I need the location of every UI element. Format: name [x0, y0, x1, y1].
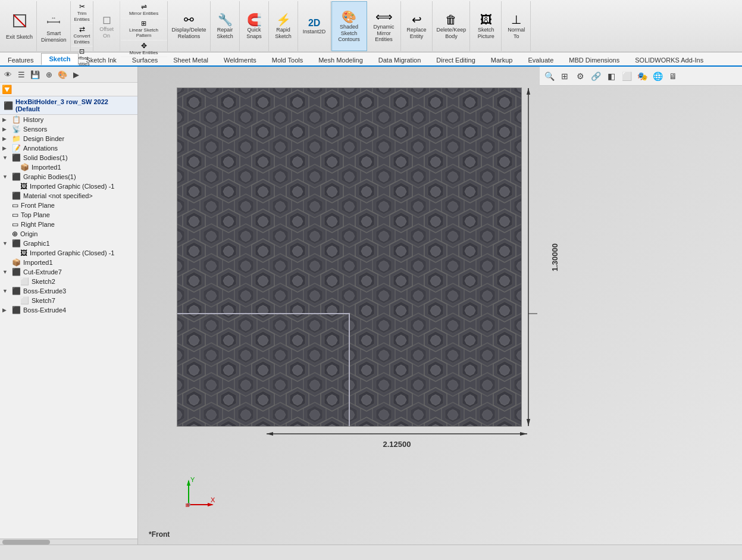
tree-item[interactable]: ▼⬛Graphic1 — [0, 239, 137, 248]
tab-addins[interactable]: SOLIDWORKS Add-Ins — [627, 54, 711, 65]
tree-item[interactable]: ⊕Origin — [0, 229, 137, 239]
smart-dimension-button[interactable]: ↔ SmartDimension — [37, 1, 71, 51]
exit-sketch-button[interactable]: Exit Sketch — [2, 1, 37, 51]
convert-icon: ⇄ — [79, 25, 85, 33]
left-tool-save[interactable]: 💾 — [29, 68, 42, 81]
tree-item-icon: ⬛ — [12, 268, 21, 276]
tree-item-icon: ⊕ — [12, 230, 18, 238]
linear-pattern-button[interactable]: ⊞ Linear Sketch Pattern — [121, 18, 167, 40]
tree-item[interactable]: ▶📁Design Binder — [0, 134, 137, 143]
tree-item[interactable]: 📦Imported1 — [0, 162, 137, 172]
display-delete-button[interactable]: ⚯ Display/DeleteRelations — [168, 1, 211, 51]
expand-arrow[interactable]: ▼ — [2, 288, 11, 294]
expand-arrow[interactable]: ▶ — [2, 117, 11, 123]
tree-item[interactable]: ▶⬛Boss-Extrude4 — [0, 305, 137, 315]
delete-keep-button[interactable]: 🗑 Delete/KeepBody — [433, 1, 471, 51]
tree-item[interactable]: ▭Right Plane — [0, 220, 137, 229]
replace-icon: ↩ — [412, 12, 422, 27]
left-tool-eye[interactable]: 👁 — [1, 68, 14, 81]
convert-entities-button[interactable]: ⇄ ConvertEntities — [71, 24, 93, 46]
tree-item[interactable]: ▼⬛Boss-Extrude3 — [0, 286, 137, 296]
dynamic-mirror-button[interactable]: ⟺ DynamicMirrorEntities — [368, 1, 401, 51]
trim-entities-button[interactable]: ✂ TrimEntities — [71, 1, 93, 24]
tree-item[interactable]: ⬛Material <not specified> — [0, 191, 137, 201]
left-tool-color[interactable]: 🎨 — [56, 68, 69, 81]
quick-snaps-icon: 🧲 — [247, 12, 262, 27]
expand-arrow[interactable]: ▼ — [2, 240, 11, 246]
tab-sketch-ink[interactable]: Sketch Ink — [79, 54, 124, 65]
filter-icon[interactable]: 🔽 — [2, 85, 12, 94]
repair-sketch-button[interactable]: 🔧 RepairSketch — [211, 1, 240, 51]
expand-arrow[interactable]: ▶ — [2, 307, 11, 313]
delete-keep-icon: 🗑 — [445, 13, 457, 27]
shaded-sketch-button[interactable]: 🎨 ShadedSketchContours — [331, 1, 367, 51]
tab-features[interactable]: Features — [0, 54, 41, 65]
tree-item[interactable]: 📦Imported1 — [0, 258, 137, 267]
tree-item[interactable]: ▼⬛Solid Bodies(1) — [0, 153, 137, 162]
scrollbar-thumb[interactable] — [2, 540, 50, 545]
tree-item[interactable]: ▶📋History — [0, 115, 137, 124]
coordinate-axes: Y X — [180, 475, 218, 515]
left-tool-list[interactable]: ☰ — [15, 68, 28, 81]
tree-item-label: Boss-Extrude3 — [23, 287, 66, 295]
mirror-group: ⇌ Mirror Entities ⊞ Linear Sketch Patter… — [121, 1, 168, 51]
tree-item-icon: ⬜ — [20, 296, 29, 305]
expand-arrow[interactable]: ▶ — [2, 136, 11, 142]
tree-item[interactable]: 🖼Imported Graphic (Closed) -1 — [0, 248, 137, 258]
tree-item-label: Cut-Extrude7 — [23, 268, 62, 276]
viewport-content: 1.30000 2.12500 — [138, 67, 742, 545]
expand-arrow[interactable]: ▼ — [2, 269, 11, 275]
svg-marker-24 — [527, 88, 530, 95]
tree-item[interactable]: ⬜Sketch2 — [0, 277, 137, 286]
svg-rect-37 — [186, 503, 189, 507]
tab-evaluate[interactable]: Evaluate — [520, 54, 561, 65]
tree-item-label: Material <not specified> — [23, 192, 93, 199]
tab-bar: Features Sketch Sketch Ink Surfaces Shee… — [0, 52, 742, 67]
horizontal-scrollbar[interactable] — [0, 539, 137, 545]
left-panel: 👁 ☰ 💾 ⊕ 🎨 ▶ 🔽 ⬛ HexBitHolder_3 row_SW 20… — [0, 67, 138, 545]
tab-mold-tools[interactable]: Mold Tools — [264, 54, 311, 65]
tree-item[interactable]: ▼⬛Cut-Extrude7 — [0, 267, 137, 277]
tab-data-migration[interactable]: Data Migration — [371, 54, 429, 65]
tab-weldments[interactable]: Weldments — [216, 54, 264, 65]
mirror-entities-button[interactable]: ⇌ Mirror Entities — [121, 1, 167, 18]
expand-arrow[interactable]: ▼ — [2, 174, 11, 180]
viewport[interactable]: 🔍 ⊞ ⚙ 🔗 ◧ ⬜ 🎭 🌐 🖥 — [138, 67, 742, 545]
sketch-picture-button[interactable]: 🖼 SketchPicture — [471, 1, 502, 51]
expand-arrow[interactable]: ▼ — [2, 155, 11, 161]
quick-snaps-button[interactable]: 🧲 QuickSnaps — [240, 1, 269, 51]
tree-item[interactable]: 🖼Imported Graphic (Closed) -1 — [0, 182, 137, 191]
tab-markup[interactable]: Markup — [483, 54, 521, 65]
feature-tree: ▶📋History▶📡Sensors▶📁Design Binder▶📝Annot… — [0, 115, 137, 539]
trim-label: TrimEntities — [74, 11, 89, 22]
shaded-sketch-icon: 🎨 — [342, 10, 356, 24]
svg-marker-29 — [520, 432, 527, 436]
expand-arrow[interactable]: ▶ — [2, 126, 11, 132]
rapid-sketch-button[interactable]: ⚡ RapidSketch — [270, 1, 298, 51]
tree-item-icon: 📦 — [20, 163, 29, 171]
tab-mbd[interactable]: MBD Dimensions — [561, 54, 627, 65]
instant2d-button[interactable]: 2D Instant2D — [299, 1, 331, 51]
tree-item-label: Graphic1 — [23, 240, 50, 247]
instant2d-label: Instant2D — [303, 29, 326, 35]
left-tool-more[interactable]: ▶ — [70, 68, 83, 81]
tab-surfaces[interactable]: Surfaces — [124, 54, 165, 65]
left-tool-add[interactable]: ⊕ — [42, 68, 55, 81]
main-area: 👁 ☰ 💾 ⊕ 🎨 ▶ 🔽 ⬛ HexBitHolder_3 row_SW 20… — [0, 67, 742, 545]
tab-mesh-modeling[interactable]: Mesh Modeling — [311, 54, 371, 65]
tree-item[interactable]: ▼⬛Graphic Bodies(1) — [0, 172, 137, 182]
replace-entity-button[interactable]: ↩ ReplaceEntity — [402, 1, 433, 51]
offset-surface-button[interactable]: ◻ OffsetOn — [94, 1, 120, 51]
tab-sheet-metal[interactable]: Sheet Metal — [165, 54, 216, 65]
repair-label: RepairSketch — [217, 27, 233, 40]
tree-item[interactable]: ▭Front Plane — [0, 201, 137, 210]
tree-item[interactable]: ▶📝Annotations — [0, 143, 137, 153]
tab-sketch[interactable]: Sketch — [41, 53, 78, 65]
tree-item[interactable]: ▶📡Sensors — [0, 124, 137, 134]
expand-arrow[interactable]: ▶ — [2, 145, 11, 151]
tree-item-label: Top Plane — [21, 211, 50, 218]
normal-to-button[interactable]: ⊥ NormalTo — [502, 1, 531, 51]
tree-item[interactable]: ▭Top Plane — [0, 210, 137, 220]
tree-item[interactable]: ⬜Sketch7 — [0, 296, 137, 305]
tab-direct-editing[interactable]: Direct Editing — [428, 54, 483, 65]
